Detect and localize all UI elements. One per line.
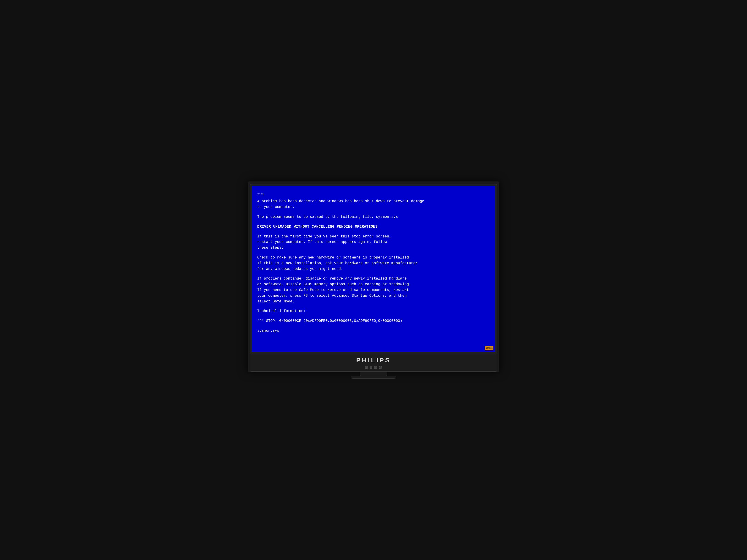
monitor-brand-label: PHILIPS bbox=[356, 357, 391, 364]
bsod-check-1: Check to make sure any new hardware or s… bbox=[257, 255, 490, 261]
bsod-screen: 21EL A problem has been detected and win… bbox=[252, 186, 495, 351]
bsod-line-2: to your computer. bbox=[257, 204, 490, 210]
bsod-first-time-1: If this is the first time you've seen th… bbox=[257, 234, 490, 240]
bsod-stop-section: *** STOP: 0x000000CE (0xADF90FE0,0x00000… bbox=[257, 318, 490, 324]
bsod-check-hardware-section: Check to make sure any new hardware or s… bbox=[257, 255, 490, 272]
bsod-driver-file: sysmon.sys bbox=[257, 328, 490, 334]
monitor-title-label: 21EL bbox=[257, 193, 264, 196]
monitor-btn-3[interactable] bbox=[374, 366, 377, 369]
bsod-tech-header: Technical information: bbox=[257, 309, 490, 314]
bsod-check-3: for any windows updates you might need. bbox=[257, 266, 490, 272]
monitor-stand bbox=[360, 372, 387, 376]
bsod-problems-4: your computer, press F8 to select Advanc… bbox=[257, 293, 490, 299]
bsod-problems-1: If problems continue, disable or remove … bbox=[257, 276, 490, 282]
bsod-driver-section: sysmon.sys bbox=[257, 328, 490, 334]
bsod-error-code-section: DRIVER_UNLOADED_WITHOUT_CANCELLING_PENDI… bbox=[257, 224, 490, 230]
monitor-bottom: PHILIPS bbox=[250, 353, 497, 372]
bsod-tech-section: Technical information: bbox=[257, 309, 490, 314]
bsod-first-time-2: restart your computer. If this screen ap… bbox=[257, 239, 490, 245]
bsod-line-1: A problem has been detected and windows … bbox=[257, 198, 490, 204]
bsod-cause-section: The problem seems to be caused by the fo… bbox=[257, 214, 490, 220]
monitor-btn-2[interactable] bbox=[369, 366, 372, 369]
watermark: 傲成鸟 bbox=[485, 346, 493, 350]
bsod-check-2: If this is a new installation, ask your … bbox=[257, 261, 490, 266]
bsod-stop-line: *** STOP: 0x000000CE (0xADF90FE0,0x00000… bbox=[257, 318, 490, 324]
bsod-intro-section: A problem has been detected and windows … bbox=[257, 198, 490, 210]
bsod-first-time-section: If this is the first time you've seen th… bbox=[257, 234, 490, 251]
bsod-problems-5: select Safe Mode. bbox=[257, 299, 490, 304]
bsod-problems-continue-section: If problems continue, disable or remove … bbox=[257, 276, 490, 304]
monitor-outer: 21EL A problem has been detected and win… bbox=[248, 181, 499, 372]
monitor-bezel: 21EL A problem has been detected and win… bbox=[250, 184, 497, 353]
monitor-controls bbox=[365, 366, 382, 369]
bsod-cause-line: The problem seems to be caused by the fo… bbox=[257, 214, 490, 220]
monitor-base bbox=[351, 376, 396, 379]
bsod-error-code-label: DRIVER_UNLOADED_WITHOUT_CANCELLING_PENDI… bbox=[257, 224, 490, 230]
bsod-problems-2: or software. Disable BIOS memory options… bbox=[257, 282, 490, 287]
bsod-first-time-3: these steps: bbox=[257, 245, 490, 251]
screen-title-bar: 21EL bbox=[257, 192, 490, 197]
bsod-problems-3: If you need to use Safe Mode to remove o… bbox=[257, 287, 490, 293]
monitor-btn-1[interactable] bbox=[365, 366, 368, 369]
monitor-power-btn[interactable] bbox=[379, 366, 382, 369]
